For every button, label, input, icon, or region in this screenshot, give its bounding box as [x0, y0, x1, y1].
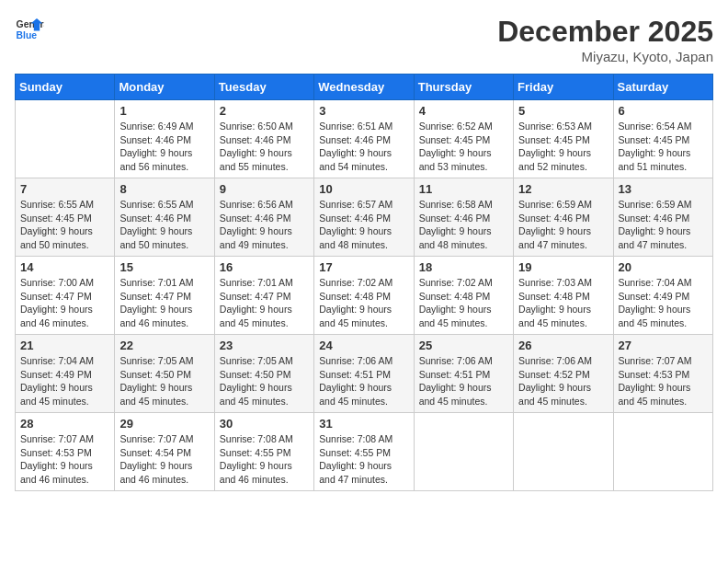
day-number: 23: [220, 339, 309, 352]
day-info: Sunrise: 7:07 AMSunset: 4:53 PMDaylight:…: [20, 432, 109, 487]
day-number: 18: [419, 260, 508, 274]
calendar-week-row: 14Sunrise: 7:00 AMSunset: 4:47 PMDayligh…: [16, 257, 713, 335]
calendar-cell: 20Sunrise: 7:04 AMSunset: 4:49 PMDayligh…: [613, 257, 712, 335]
logo-icon: General Blue: [15, 15, 44, 44]
calendar-cell: [16, 100, 115, 178]
calendar-week-row: 21Sunrise: 7:04 AMSunset: 4:49 PMDayligh…: [16, 335, 713, 413]
calendar-cell: 16Sunrise: 7:01 AMSunset: 4:47 PMDayligh…: [214, 257, 313, 335]
month-title: December 2025: [497, 15, 713, 49]
day-number: 2: [220, 104, 309, 118]
weekday-header-thursday: Thursday: [414, 75, 513, 100]
calendar-cell: 2Sunrise: 6:50 AMSunset: 4:46 PMDaylight…: [214, 100, 313, 178]
day-number: 4: [419, 104, 508, 118]
day-number: 15: [119, 260, 209, 274]
day-info: Sunrise: 6:59 AMSunset: 4:46 PMDaylight:…: [619, 198, 708, 252]
calendar-cell: 12Sunrise: 6:59 AMSunset: 4:46 PMDayligh…: [514, 178, 613, 257]
calendar-week-row: 7Sunrise: 6:55 AMSunset: 4:45 PMDaylight…: [16, 178, 713, 257]
day-info: Sunrise: 7:07 AMSunset: 4:54 PMDaylight:…: [119, 432, 209, 487]
weekday-header-saturday: Saturday: [613, 75, 712, 100]
calendar-cell: 26Sunrise: 7:06 AMSunset: 4:52 PMDayligh…: [514, 335, 613, 413]
calendar-cell: [414, 413, 513, 491]
day-info: Sunrise: 7:06 AMSunset: 4:51 PMDaylight:…: [319, 354, 408, 408]
day-info: Sunrise: 6:55 AMSunset: 4:45 PMDaylight:…: [20, 198, 109, 252]
day-info: Sunrise: 6:50 AMSunset: 4:46 PMDaylight:…: [220, 120, 309, 174]
day-info: Sunrise: 6:53 AMSunset: 4:45 PMDaylight:…: [518, 120, 608, 174]
logo: General Blue: [15, 15, 44, 44]
calendar-cell: 3Sunrise: 6:51 AMSunset: 4:46 PMDaylight…: [314, 100, 414, 178]
day-number: 12: [518, 182, 608, 196]
calendar-cell: 8Sunrise: 6:55 AMSunset: 4:46 PMDaylight…: [115, 178, 214, 257]
calendar-cell: 30Sunrise: 7:08 AMSunset: 4:55 PMDayligh…: [214, 413, 313, 491]
day-number: 9: [220, 182, 309, 196]
calendar-cell: 19Sunrise: 7:03 AMSunset: 4:48 PMDayligh…: [514, 257, 613, 335]
header-area: General Blue December 2025 Miyazu, Kyoto…: [15, 15, 713, 64]
weekday-header-sunday: Sunday: [16, 75, 115, 100]
calendar-cell: 28Sunrise: 7:07 AMSunset: 4:53 PMDayligh…: [16, 413, 115, 491]
day-number: 14: [20, 260, 109, 274]
day-number: 26: [518, 339, 608, 352]
day-info: Sunrise: 7:01 AMSunset: 4:47 PMDaylight:…: [220, 276, 309, 330]
calendar-cell: 17Sunrise: 7:02 AMSunset: 4:48 PMDayligh…: [314, 257, 414, 335]
calendar-cell: [613, 413, 712, 491]
day-info: Sunrise: 7:00 AMSunset: 4:47 PMDaylight:…: [20, 276, 109, 330]
calendar-table: SundayMondayTuesdayWednesdayThursdayFrid…: [15, 74, 713, 491]
day-info: Sunrise: 7:05 AMSunset: 4:50 PMDaylight:…: [220, 354, 309, 408]
weekday-header-tuesday: Tuesday: [214, 75, 313, 100]
day-number: 6: [619, 104, 708, 118]
calendar-week-row: 1Sunrise: 6:49 AMSunset: 4:46 PMDaylight…: [16, 100, 713, 178]
day-info: Sunrise: 7:08 AMSunset: 4:55 PMDaylight:…: [319, 432, 408, 487]
day-number: 5: [518, 104, 608, 118]
calendar-cell: 22Sunrise: 7:05 AMSunset: 4:50 PMDayligh…: [115, 335, 214, 413]
calendar-cell: 9Sunrise: 6:56 AMSunset: 4:46 PMDaylight…: [214, 178, 313, 257]
calendar-cell: 14Sunrise: 7:00 AMSunset: 4:47 PMDayligh…: [16, 257, 115, 335]
calendar-cell: 13Sunrise: 6:59 AMSunset: 4:46 PMDayligh…: [613, 178, 712, 257]
day-info: Sunrise: 7:06 AMSunset: 4:51 PMDaylight:…: [419, 354, 508, 408]
weekday-header-wednesday: Wednesday: [314, 75, 414, 100]
day-number: 8: [119, 182, 209, 196]
day-number: 19: [518, 260, 608, 274]
day-info: Sunrise: 6:52 AMSunset: 4:45 PMDaylight:…: [419, 120, 508, 174]
day-number: 29: [119, 417, 209, 431]
day-number: 1: [119, 104, 209, 118]
day-number: 24: [319, 339, 408, 352]
day-number: 11: [419, 182, 508, 196]
day-info: Sunrise: 7:01 AMSunset: 4:47 PMDaylight:…: [119, 276, 209, 330]
calendar-cell: 11Sunrise: 6:58 AMSunset: 4:46 PMDayligh…: [414, 178, 513, 257]
location-subtitle: Miyazu, Kyoto, Japan: [497, 49, 713, 64]
weekday-header-monday: Monday: [115, 75, 214, 100]
weekday-header-friday: Friday: [514, 75, 613, 100]
day-info: Sunrise: 7:08 AMSunset: 4:55 PMDaylight:…: [220, 432, 309, 487]
calendar-cell: 24Sunrise: 7:06 AMSunset: 4:51 PMDayligh…: [314, 335, 414, 413]
day-info: Sunrise: 7:05 AMSunset: 4:50 PMDaylight:…: [119, 354, 209, 408]
day-number: 30: [220, 417, 309, 431]
day-info: Sunrise: 6:54 AMSunset: 4:45 PMDaylight:…: [619, 120, 708, 174]
day-info: Sunrise: 7:04 AMSunset: 4:49 PMDaylight:…: [20, 354, 109, 408]
day-info: Sunrise: 7:02 AMSunset: 4:48 PMDaylight:…: [419, 276, 508, 330]
day-info: Sunrise: 7:06 AMSunset: 4:52 PMDaylight:…: [518, 354, 608, 408]
day-number: 27: [619, 339, 708, 352]
day-info: Sunrise: 6:56 AMSunset: 4:46 PMDaylight:…: [220, 198, 309, 252]
day-number: 20: [619, 260, 708, 274]
day-info: Sunrise: 6:55 AMSunset: 4:46 PMDaylight:…: [119, 198, 209, 252]
day-info: Sunrise: 7:07 AMSunset: 4:53 PMDaylight:…: [619, 354, 708, 408]
calendar-cell: [514, 413, 613, 491]
calendar-cell: 23Sunrise: 7:05 AMSunset: 4:50 PMDayligh…: [214, 335, 313, 413]
calendar-cell: 31Sunrise: 7:08 AMSunset: 4:55 PMDayligh…: [314, 413, 414, 491]
day-info: Sunrise: 6:59 AMSunset: 4:46 PMDaylight:…: [518, 198, 608, 252]
day-info: Sunrise: 6:58 AMSunset: 4:46 PMDaylight:…: [419, 198, 508, 252]
day-number: 28: [20, 417, 109, 431]
calendar-cell: 10Sunrise: 6:57 AMSunset: 4:46 PMDayligh…: [314, 178, 414, 257]
day-number: 10: [319, 182, 408, 196]
day-info: Sunrise: 7:02 AMSunset: 4:48 PMDaylight:…: [319, 276, 408, 330]
day-number: 7: [20, 182, 109, 196]
day-number: 16: [220, 260, 309, 274]
day-info: Sunrise: 6:51 AMSunset: 4:46 PMDaylight:…: [319, 120, 408, 174]
calendar-cell: 6Sunrise: 6:54 AMSunset: 4:45 PMDaylight…: [613, 100, 712, 178]
weekday-header-row: SundayMondayTuesdayWednesdayThursdayFrid…: [16, 75, 713, 100]
day-info: Sunrise: 7:03 AMSunset: 4:48 PMDaylight:…: [518, 276, 608, 330]
calendar-cell: 29Sunrise: 7:07 AMSunset: 4:54 PMDayligh…: [115, 413, 214, 491]
calendar-cell: 1Sunrise: 6:49 AMSunset: 4:46 PMDaylight…: [115, 100, 214, 178]
calendar-cell: 21Sunrise: 7:04 AMSunset: 4:49 PMDayligh…: [16, 335, 115, 413]
day-number: 17: [319, 260, 408, 274]
day-info: Sunrise: 6:49 AMSunset: 4:46 PMDaylight:…: [119, 120, 209, 174]
